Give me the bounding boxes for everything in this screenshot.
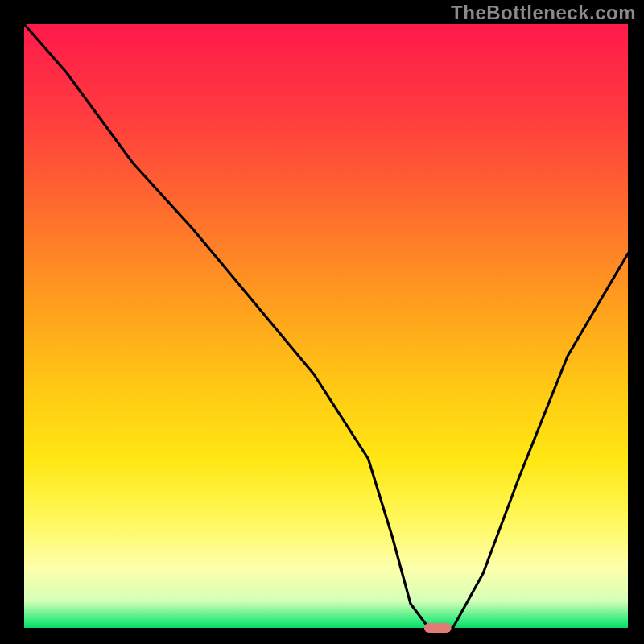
optimal-marker (424, 623, 452, 633)
watermark-text: TheBottleneck.com (451, 2, 636, 24)
chart-container: TheBottleneck.com (0, 0, 644, 644)
plot-background (24, 24, 628, 628)
bottleneck-chart (0, 0, 644, 644)
